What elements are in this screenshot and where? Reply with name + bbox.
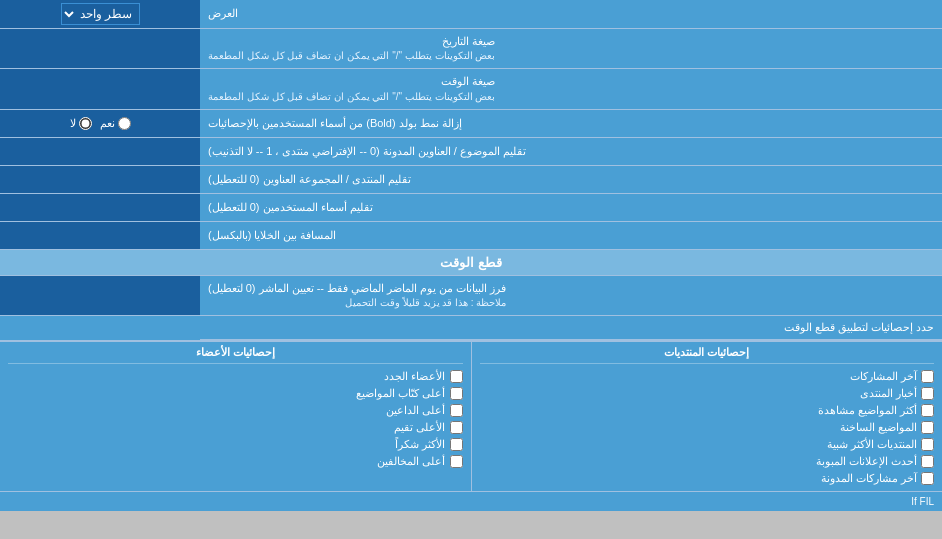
check-col2-item-1: أعلى كتّاب المواضيع [8, 385, 463, 402]
check-col2-4[interactable] [450, 438, 463, 451]
check-col1-item-5: أحدث الإعلانات المبوبة [480, 453, 935, 470]
cutoff-row: فرز البيانات من يوم الماضر الماضي فقط --… [0, 276, 942, 316]
username-trim-row: تقليم أسماء المستخدمين (0 للتعطيل) 0 [0, 194, 942, 222]
topic-trim-input[interactable]: 33 [6, 144, 194, 158]
check-col1-4[interactable] [921, 438, 934, 451]
time-format-label: صيغة الوقت [208, 74, 495, 89]
check-col1-5[interactable] [921, 455, 934, 468]
time-format-row: صيغة الوقت بعض التكوينات يتطلب "/" التي … [0, 69, 942, 109]
check-col2-2[interactable] [450, 404, 463, 417]
check-col2-item-3: الأعلى تقيم [8, 419, 463, 436]
bold-remove-label: إزالة نمط بولد (Bold) من أسماء المستخدمي… [208, 116, 462, 131]
bold-yes-label[interactable]: نعم [100, 117, 131, 130]
check-col1-2[interactable] [921, 404, 934, 417]
topic-trim-label: تقليم الموضوع / العناوين المدونة (0 -- ا… [208, 144, 526, 159]
forum-trim-input[interactable]: 33 [6, 172, 194, 186]
check-col1-item-6: آخر مشاركات المدونة [480, 470, 935, 487]
col2-header: إحصائيات الأعضاء [8, 346, 463, 364]
check-col2-1[interactable] [450, 387, 463, 400]
date-format-input[interactable]: d-m [6, 42, 194, 56]
bold-remove-row: إزالة نمط بولد (Bold) من أسماء المستخدمي… [0, 110, 942, 138]
username-trim-input[interactable]: 0 [6, 200, 194, 214]
check-col1-item-0: آخر المشاركات [480, 368, 935, 385]
cutoff-input[interactable]: 0 [6, 288, 194, 302]
username-trim-label: تقليم أسماء المستخدمين (0 للتعطيل) [208, 200, 373, 215]
topic-trim-row: تقليم الموضوع / العناوين المدونة (0 -- ا… [0, 138, 942, 166]
check-col2-3[interactable] [450, 421, 463, 434]
bold-no-radio[interactable] [79, 117, 92, 130]
check-col1-item-1: أخبار المنتدى [480, 385, 935, 402]
gap-label: المسافة بين الخلايا (بالبكسل) [208, 228, 337, 243]
check-col1-item-2: أكثر المواضيع مشاهدة [480, 402, 935, 419]
date-format-row: صيغة التاريخ بعض التكوينات يتطلب "/" الت… [0, 29, 942, 69]
check-col2-item-2: أعلى الداعين [8, 402, 463, 419]
bold-yes-radio[interactable] [118, 117, 131, 130]
check-col1-item-4: المنتديات الأكثر شبية [480, 436, 935, 453]
check-col1-1[interactable] [921, 387, 934, 400]
gap-row: المسافة بين الخلايا (بالبكسل) 2 [0, 222, 942, 250]
checkboxes-area: إحصائيات المنتديات آخر المشاركات أخبار ا… [0, 341, 942, 491]
check-col2-item-0: الأعضاء الجدد [8, 368, 463, 385]
cutoff-sublabel: ملاحظة : هذا قد يزيد قليلاً وقت التحميل [208, 296, 506, 310]
date-format-sublabel: بعض التكوينات يتطلب "/" التي يمكن ان تضا… [208, 49, 495, 63]
col1-header: إحصائيات المنتديات [480, 346, 935, 364]
time-format-sublabel: بعض التكوينات يتطلب "/" التي يمكن ان تضا… [208, 90, 495, 104]
check-col1-item-3: المواضيع الساخنة [480, 419, 935, 436]
date-format-label: صيغة التاريخ [208, 34, 495, 49]
display-label: العرض [200, 0, 942, 28]
cutoff-section-header: قطع الوقت [0, 250, 942, 276]
limit-label: حدد إحصائيات لتطبيق قطع الوقت [200, 316, 942, 340]
check-col2-item-4: الأكثر شكراً [8, 436, 463, 453]
check-col2-0[interactable] [450, 370, 463, 383]
display-dropdown[interactable]: سطر واحدسطرينثلاثة أسطر [61, 3, 140, 25]
bold-no-label[interactable]: لا [70, 117, 92, 130]
cutoff-label: فرز البيانات من يوم الماضر الماضي فقط --… [208, 281, 506, 296]
check-col2-item-5: أعلى المخالفين [8, 453, 463, 470]
check-col1-0[interactable] [921, 370, 934, 383]
forum-trim-row: تقليم المنتدى / المجموعة العناوين (0 للت… [0, 166, 942, 194]
time-format-input[interactable]: H:i [6, 82, 194, 96]
check-col1-3[interactable] [921, 421, 934, 434]
gap-input[interactable]: 2 [6, 228, 194, 242]
check-col1-6[interactable] [921, 472, 934, 485]
bottom-note: If FIL [0, 491, 942, 511]
forum-trim-label: تقليم المنتدى / المجموعة العناوين (0 للت… [208, 172, 411, 187]
check-col2-5[interactable] [450, 455, 463, 468]
